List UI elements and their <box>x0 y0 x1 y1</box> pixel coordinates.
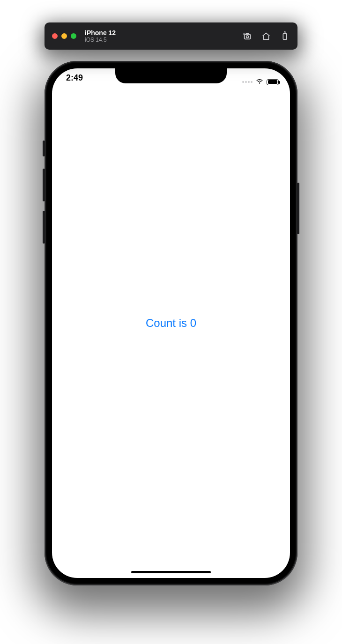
device-frame: 2:49 <box>45 61 297 585</box>
window-traffic-lights <box>52 33 76 39</box>
svg-rect-2 <box>283 34 286 40</box>
simulator-title: iPhone 12 iOS 14.5 <box>85 29 116 44</box>
app-content: Count is 0 <box>52 68 290 578</box>
svg-point-1 <box>246 36 249 38</box>
device-name: iPhone 12 <box>85 29 116 37</box>
simulator-titlebar: iPhone 12 iOS 14.5 <box>45 22 297 50</box>
side-button[interactable] <box>297 183 299 234</box>
cellular-signal-icon <box>242 81 253 83</box>
wifi-icon <box>255 77 264 87</box>
status-time: 2:49 <box>66 73 83 91</box>
zoom-window-button[interactable] <box>71 33 76 39</box>
count-button[interactable]: Count is 0 <box>146 317 196 330</box>
minimize-window-button[interactable] <box>61 33 67 39</box>
home-indicator[interactable] <box>131 571 211 573</box>
notch <box>115 68 227 83</box>
silence-switch[interactable] <box>43 141 45 156</box>
device-screen: 2:49 <box>52 68 290 578</box>
os-version: iOS 14.5 <box>85 37 116 44</box>
battery-icon <box>267 79 279 85</box>
svg-rect-0 <box>245 34 251 39</box>
screenshot-icon[interactable] <box>242 31 253 41</box>
home-icon[interactable] <box>261 31 271 41</box>
volume-up-button[interactable] <box>43 169 45 201</box>
rotate-icon[interactable] <box>280 31 290 41</box>
close-window-button[interactable] <box>52 33 58 39</box>
volume-down-button[interactable] <box>43 211 45 244</box>
